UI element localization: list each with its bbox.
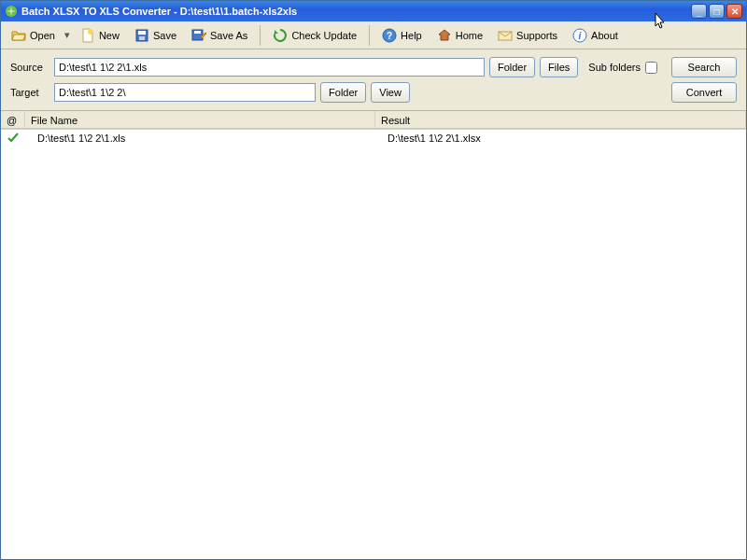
home-button[interactable]: Home [430,24,489,47]
target-label: Target [10,87,49,98]
help-icon: ? [382,28,397,43]
app-icon [5,5,18,18]
check-label: Check Update [291,30,357,41]
svg-rect-3 [138,31,146,35]
home-label: Home [456,30,483,41]
supports-label: Supports [516,30,557,41]
list-body[interactable]: D:\test\1 1\2 2\1.xls D:\test\1 1\2 2\1.… [1,130,746,559]
svg-text:?: ? [387,31,392,41]
search-button[interactable]: Search [671,57,737,77]
target-folder-button[interactable]: Folder [320,82,366,103]
check-icon [7,133,19,144]
target-row: Target Folder View Convert [10,82,737,103]
source-row: Source Folder Files Sub folders Search [10,57,737,77]
item-file: D:\test\1 1\2 2\1.xls [25,133,375,144]
help-button[interactable]: ? Help [375,24,429,47]
home-icon [437,28,452,43]
convert-button[interactable]: Convert [671,82,737,103]
svg-rect-4 [139,36,145,40]
check-update-button[interactable]: Check Update [266,24,363,47]
help-label: Help [401,30,422,41]
target-input[interactable] [54,83,316,102]
save-label: Save [153,30,176,41]
minimize-button[interactable]: _ [691,4,707,19]
separator [369,25,370,46]
window-title: Batch XLSX TO XLS Converter - D:\test\1\… [21,6,687,17]
close-button[interactable]: ✕ [726,4,742,19]
svg-point-1 [88,29,93,35]
source-files-button[interactable]: Files [540,57,578,77]
saveas-button[interactable]: Save As [185,24,254,47]
svg-text:i: i [579,31,582,41]
info-icon: i [572,28,587,43]
subfolders-label: Sub folders [588,62,641,73]
col-status[interactable]: @ [1,111,25,129]
supports-button[interactable]: Supports [491,24,564,47]
folder-open-icon [11,28,26,43]
item-result: D:\test\1 1\2 2\1.xlsx [375,133,746,144]
svg-rect-6 [194,31,201,34]
floppy-icon [134,28,149,43]
col-filename[interactable]: File Name [25,111,375,129]
refresh-icon [273,28,288,43]
source-label: Source [10,62,49,73]
floppy-pen-icon [191,28,206,43]
toolbar: Open ▾ New Save Save As Check Update ? H… [1,21,746,49]
source-folder-button[interactable]: Folder [489,57,535,77]
open-button[interactable]: Open [5,24,62,47]
app-window: Batch XLSX TO XLS Converter - D:\test\1\… [0,0,747,560]
saveas-label: Save As [210,30,247,41]
open-dropdown[interactable]: ▾ [63,25,72,46]
title-bar: Batch XLSX TO XLS Converter - D:\test\1\… [1,1,746,21]
source-input[interactable] [54,58,485,77]
new-file-icon [80,28,95,43]
maximize-button[interactable]: □ [709,4,725,19]
target-view-button[interactable]: View [371,82,410,103]
about-button[interactable]: i About [566,24,625,47]
new-button[interactable]: New [74,24,126,47]
list-header: @ File Name Result [1,111,746,130]
new-label: New [99,30,120,41]
separator [260,25,261,46]
subfolders-checkbox[interactable] [645,62,657,74]
mail-icon [498,28,513,43]
save-button[interactable]: Save [128,24,183,47]
open-label: Open [30,30,55,41]
io-form: Source Folder Files Sub folders Search T… [1,49,746,111]
about-label: About [591,30,618,41]
col-result[interactable]: Result [375,111,746,129]
list-item[interactable]: D:\test\1 1\2 2\1.xls D:\test\1 1\2 2\1.… [1,130,746,147]
